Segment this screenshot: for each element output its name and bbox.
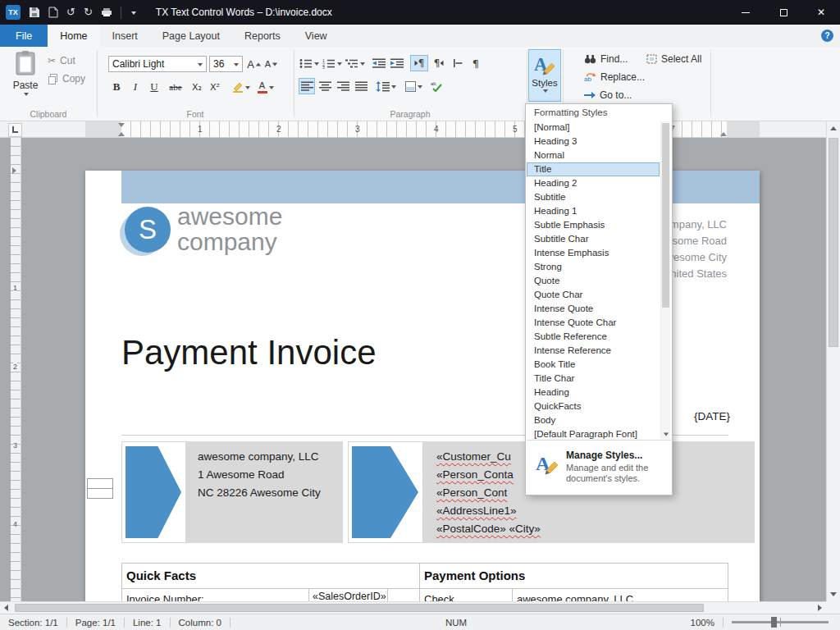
- font-name-combo[interactable]: Calibri Light: [108, 56, 207, 72]
- style-item[interactable]: Subtitle: [527, 190, 660, 204]
- tab-home[interactable]: Home: [48, 25, 99, 47]
- style-item[interactable]: Body: [527, 413, 660, 427]
- minimize-button[interactable]: [727, 0, 765, 25]
- align-center-button[interactable]: [317, 78, 333, 94]
- zoom-slider[interactable]: [732, 621, 829, 623]
- style-item[interactable]: Heading: [527, 386, 660, 399]
- superscript-button[interactable]: X²: [207, 79, 223, 95]
- close-button[interactable]: ✕: [802, 0, 840, 25]
- styles-scroll-down-icon[interactable]: [664, 433, 669, 436]
- style-item[interactable]: Subtle Reference: [527, 330, 660, 344]
- scroll-right-icon[interactable]: [818, 605, 822, 611]
- grow-font-button[interactable]: A: [246, 56, 262, 72]
- style-item[interactable]: Book Title: [527, 358, 660, 372]
- help-icon[interactable]: ?: [821, 30, 833, 42]
- style-item[interactable]: Heading 2: [527, 176, 660, 190]
- redo-icon[interactable]: ↻: [84, 7, 93, 18]
- tab-reports[interactable]: Reports: [232, 25, 293, 47]
- cut-button[interactable]: ✂ Cut: [48, 55, 75, 66]
- tab-page-layout[interactable]: Page Layout: [150, 25, 232, 47]
- tab-view[interactable]: View: [293, 25, 340, 47]
- undo-icon[interactable]: ↺: [66, 7, 75, 18]
- replace-button[interactable]: ab Replace...: [584, 71, 645, 83]
- style-item[interactable]: Intense Emphasis: [527, 246, 660, 260]
- show-marks-button[interactable]: ¶: [468, 55, 484, 71]
- multilevel-list-button[interactable]: [345, 55, 366, 71]
- copy-button[interactable]: Copy: [48, 73, 85, 84]
- scroll-up-icon[interactable]: [830, 126, 837, 130]
- highlight-color-button[interactable]: [230, 79, 252, 95]
- shrink-font-button[interactable]: A: [263, 56, 280, 72]
- vertical-ruler[interactable]: 1 2 3 4: [11, 138, 21, 601]
- bullet-list-button[interactable]: [299, 55, 320, 71]
- tab-selector[interactable]: [8, 123, 22, 137]
- style-item[interactable]: [Normal]: [527, 121, 660, 135]
- numbered-list-button[interactable]: 123: [322, 55, 343, 71]
- style-item[interactable]: Strong: [527, 260, 660, 274]
- horizontal-ruler[interactable]: 1 2 3 4 5 6 7: [0, 121, 826, 138]
- bold-button[interactable]: B: [108, 79, 125, 95]
- italic-button[interactable]: I: [127, 79, 144, 95]
- shading-button[interactable]: [402, 78, 425, 94]
- decrease-indent-button[interactable]: [371, 55, 387, 71]
- styles-list: [Normal] Heading 3 Normal Title Heading …: [527, 121, 660, 440]
- scroll-down-icon[interactable]: [830, 592, 837, 596]
- style-item[interactable]: Heading 3: [527, 135, 660, 148]
- style-item[interactable]: Intense Quote: [527, 302, 660, 316]
- style-item[interactable]: Subtle Emphasis: [527, 218, 660, 232]
- styles-button[interactable]: A Styles: [528, 49, 561, 102]
- numbered-list-icon: 123: [322, 58, 336, 69]
- tab-insert[interactable]: Insert: [100, 25, 150, 47]
- style-item[interactable]: Intense Quote Char: [527, 316, 660, 330]
- style-item[interactable]: Quote Char: [527, 288, 660, 302]
- multilevel-list-icon: [345, 58, 358, 69]
- justify-button[interactable]: [353, 78, 369, 94]
- style-item-selected[interactable]: Title: [527, 162, 660, 176]
- style-item[interactable]: Quote: [527, 274, 660, 288]
- spellcheck-button[interactable]: ab: [428, 78, 445, 94]
- save-icon[interactable]: [29, 7, 40, 18]
- style-item[interactable]: QuickFacts: [527, 399, 660, 413]
- rtl-direction-button[interactable]: ¶: [430, 55, 448, 71]
- ltr-direction-button[interactable]: ¶: [410, 55, 428, 71]
- scroll-left-icon[interactable]: [4, 605, 8, 611]
- line-spacing-button[interactable]: [374, 78, 397, 94]
- paste-button[interactable]: Paste: [7, 50, 44, 109]
- top-margin-marker[interactable]: [12, 167, 16, 174]
- align-right-button[interactable]: [335, 78, 351, 94]
- first-line-indent-marker[interactable]: [118, 123, 125, 127]
- styles-scroll-thumb[interactable]: [662, 123, 669, 308]
- tab-stop-button[interactable]: [450, 55, 466, 71]
- table-row-handle[interactable]: [87, 488, 113, 499]
- style-item[interactable]: Title Char: [527, 372, 660, 386]
- quick-access-caret-icon[interactable]: [130, 7, 136, 18]
- style-item[interactable]: Heading 1: [527, 204, 660, 218]
- maximize-button[interactable]: [765, 0, 802, 25]
- manage-styles-item[interactable]: A Manage Styles... Manage and edit the d…: [527, 441, 671, 494]
- strikethrough-button[interactable]: abe: [165, 79, 186, 95]
- align-left-button[interactable]: [299, 78, 315, 94]
- print-icon[interactable]: [101, 7, 112, 17]
- vertical-scroll-thumb[interactable]: [829, 138, 838, 347]
- right-indent-marker[interactable]: [720, 132, 727, 136]
- style-item[interactable]: Normal: [527, 148, 660, 162]
- left-indent-marker[interactable]: [118, 132, 125, 136]
- subscript-button[interactable]: X₂: [189, 79, 205, 95]
- horizontal-scroll-thumb[interactable]: [15, 604, 704, 612]
- style-item[interactable]: Subtitle Char: [527, 232, 660, 246]
- vertical-scrollbar[interactable]: [826, 121, 840, 601]
- zoom-slider-thumb[interactable]: [771, 617, 777, 628]
- underline-button[interactable]: U: [146, 79, 162, 95]
- font-size-combo[interactable]: 36: [209, 56, 243, 72]
- goto-button[interactable]: Go to...: [584, 89, 632, 101]
- style-item[interactable]: Intense Reference: [527, 344, 660, 358]
- horizontal-scrollbar[interactable]: [0, 601, 826, 614]
- select-all-button[interactable]: Select All: [646, 53, 701, 65]
- styles-list-scrollbar[interactable]: [660, 121, 670, 439]
- invoice-number-label: Invoice Number:: [126, 593, 204, 601]
- find-button[interactable]: Find...: [584, 53, 628, 65]
- increase-indent-button[interactable]: [389, 55, 405, 71]
- font-color-button[interactable]: A: [254, 79, 276, 95]
- tab-file[interactable]: File: [0, 25, 48, 47]
- new-document-icon[interactable]: [48, 7, 58, 18]
